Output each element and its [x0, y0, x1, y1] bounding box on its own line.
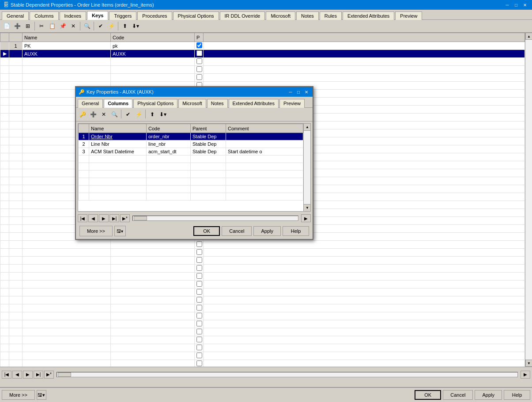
outer-save-dropdown[interactable]: 🖫▾: [37, 390, 46, 400]
dialog-tool-export[interactable]: ⬇▾: [158, 110, 168, 119]
dialog-hscroll-track[interactable]: [132, 216, 298, 221]
tab-notes[interactable]: Notes: [296, 11, 319, 20]
dialog-row-code-2[interactable]: line_nbr: [147, 140, 191, 148]
main-scrollbar-v[interactable]: ▲ ▼: [525, 33, 532, 367]
dialog-save-dropdown[interactable]: 🖫▾: [114, 226, 126, 236]
dialog-more-button[interactable]: More >>: [79, 226, 113, 236]
nav-prev-btn[interactable]: ◀: [12, 371, 22, 379]
dialog-row-name-2[interactable]: Line Nbr: [89, 140, 147, 148]
tab-keys[interactable]: Keys: [87, 11, 108, 20]
dialog-row-comment-2[interactable]: [226, 140, 303, 148]
dialog-vscrollbar[interactable]: ▲ ▼: [303, 124, 310, 211]
row-code-2[interactable]: AUXK: [111, 50, 195, 58]
tab-ir-ddl[interactable]: IR DDL Override: [220, 11, 265, 20]
outer-cancel-button[interactable]: Cancel: [443, 390, 473, 400]
dialog-close-btn[interactable]: ✕: [303, 88, 310, 95]
dialog-row-name-3[interactable]: ACM Start Datetime: [89, 148, 147, 155]
dialog-tab-notes[interactable]: Notes: [207, 99, 228, 108]
table-row[interactable]: ▶ AUXK AUXK: [0, 50, 525, 58]
tab-indexes[interactable]: Indexes: [60, 11, 87, 20]
dialog-nav-prev[interactable]: ◀: [88, 214, 98, 222]
scroll-down-btn[interactable]: ▼: [525, 360, 532, 367]
dialog-tab-extended[interactable]: Extended Attributes: [229, 99, 279, 108]
tab-triggers[interactable]: Triggers: [109, 11, 136, 20]
dialog-tool-delete[interactable]: ✕: [99, 110, 109, 119]
dialog-row-code-1[interactable]: order_nbr: [147, 133, 191, 140]
dialog-nav-new[interactable]: ▶*: [120, 214, 130, 222]
toolbar-check-btn[interactable]: ✔: [96, 21, 106, 31]
dialog-hscroll-right[interactable]: ▶: [301, 214, 311, 222]
dialog-tab-general[interactable]: General: [78, 99, 103, 108]
row-name-1[interactable]: PK: [23, 42, 111, 50]
minimize-button[interactable]: ─: [504, 1, 511, 8]
dialog-row-comment-1[interactable]: [226, 133, 303, 140]
toolbar-export-btn[interactable]: ⬇▾: [131, 21, 140, 31]
toolbar-cut-btn[interactable]: ✂: [37, 21, 46, 31]
row-p-2[interactable]: [195, 50, 204, 58]
dialog-apply-button[interactable]: Apply: [253, 226, 281, 236]
dialog-table-row[interactable]: 2 Line Nbr line_nbr Stable Dep: [79, 140, 303, 148]
dialog-row-name-1[interactable]: Order Nbr: [89, 133, 147, 140]
dialog-tool-import[interactable]: ⬆: [147, 110, 157, 119]
dialog-tab-microsoft[interactable]: Microsoft: [178, 99, 206, 108]
table-row[interactable]: 1 PK pk: [0, 42, 525, 50]
dialog-nav-first[interactable]: |◀: [78, 214, 87, 222]
outer-more-button[interactable]: More >>: [2, 390, 35, 400]
dialog-tool-properties[interactable]: 🔑: [78, 110, 87, 119]
dialog-tool-validate[interactable]: ⚡: [134, 110, 143, 119]
outer-apply-button[interactable]: Apply: [475, 390, 502, 400]
dialog-tab-preview[interactable]: Preview: [279, 99, 305, 108]
tab-rules[interactable]: Rules: [320, 11, 342, 20]
toolbar-delete-btn[interactable]: ✕: [68, 21, 78, 31]
outer-ok-button[interactable]: OK: [415, 390, 441, 400]
dialog-tab-physical[interactable]: Physical Options: [133, 99, 177, 108]
tab-preview[interactable]: Preview: [395, 11, 422, 20]
tab-columns[interactable]: Columns: [30, 11, 58, 20]
dialog-nav-next[interactable]: ▶: [99, 214, 109, 222]
dialog-maximize-btn[interactable]: □: [295, 88, 302, 95]
dialog-table-row[interactable]: 1 Order Nbr order_nbr Stable Dep: [79, 133, 303, 140]
tab-general[interactable]: General: [2, 11, 29, 20]
tab-extended[interactable]: Extended Attributes: [343, 11, 394, 20]
nav-first-btn[interactable]: |◀: [2, 371, 11, 379]
nav-hscroll-right-btn[interactable]: ▶: [521, 371, 530, 379]
main-hscroll-track[interactable]: [57, 372, 518, 377]
outer-help-button[interactable]: Help: [504, 390, 530, 400]
nav-next-btn[interactable]: ▶: [23, 371, 33, 379]
toolbar-paste-btn[interactable]: 📌: [58, 21, 68, 31]
dialog-scroll-down[interactable]: ▼: [304, 204, 311, 211]
dialog-table-row[interactable]: 3 ACM Start Datetime acm_start_dt Stable…: [79, 148, 303, 155]
toolbar-find-btn[interactable]: 🔍: [82, 21, 92, 31]
dialog-cancel-button[interactable]: Cancel: [222, 226, 252, 236]
dialog-tab-columns[interactable]: Columns: [104, 99, 132, 108]
dialog-scroll-up[interactable]: ▲: [304, 124, 311, 131]
row-p-1[interactable]: [195, 42, 204, 50]
toolbar-new-btn[interactable]: 📄: [2, 21, 11, 31]
tab-procedures[interactable]: Procedures: [137, 11, 172, 20]
tab-microsoft[interactable]: Microsoft: [266, 11, 295, 20]
toolbar-grid-btn[interactable]: ⊞: [23, 21, 33, 31]
toolbar-copy-btn[interactable]: 📋: [47, 21, 57, 31]
dialog-nav-last[interactable]: ▶|: [109, 214, 119, 222]
maximize-button[interactable]: □: [513, 1, 520, 8]
dialog-row-comment-3[interactable]: Start datetime o: [226, 148, 303, 155]
dialog-toolbar: 🔑 ➕ ✕ 🔍 ✔ ⚡ ⬆ ⬇▾: [76, 108, 313, 121]
dialog-tool-find[interactable]: 🔍: [109, 110, 119, 119]
toolbar-import-btn[interactable]: ⬆: [120, 21, 130, 31]
dialog-row-code-3[interactable]: acm_start_dt: [147, 148, 191, 155]
row-code-1[interactable]: pk: [111, 42, 195, 50]
dialog-tool-check[interactable]: ✔: [123, 110, 133, 119]
toolbar-add-btn[interactable]: ➕: [12, 21, 22, 31]
dialog-help-button[interactable]: Help: [283, 226, 309, 236]
dialog-tool-add[interactable]: ➕: [88, 110, 98, 119]
row-name-2[interactable]: AUXK: [23, 50, 111, 58]
nav-last-btn[interactable]: ▶|: [34, 371, 43, 379]
close-button[interactable]: ✕: [521, 1, 528, 8]
table-row: [0, 241, 525, 249]
toolbar-validate-btn[interactable]: ⚡: [106, 21, 116, 31]
scroll-up-btn[interactable]: ▲: [525, 33, 532, 40]
dialog-minimize-btn[interactable]: ─: [287, 88, 294, 95]
tab-physical-options[interactable]: Physical Options: [173, 11, 219, 20]
dialog-ok-button[interactable]: OK: [193, 226, 220, 236]
nav-add-btn[interactable]: ▶*: [44, 371, 54, 379]
